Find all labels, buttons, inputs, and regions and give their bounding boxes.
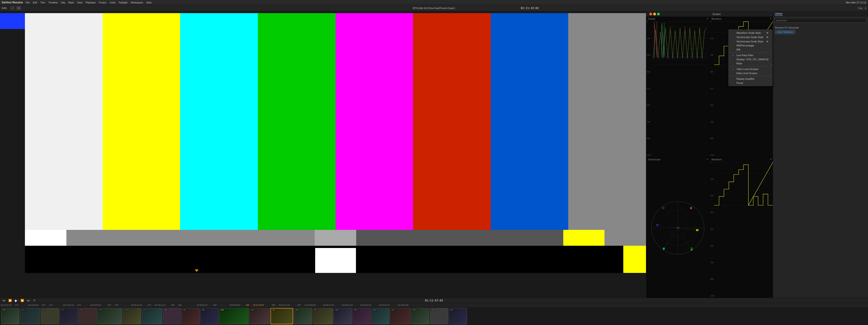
table-row[interactable]: 282: [200, 308, 219, 324]
table-row[interactable]: 294: [449, 308, 467, 324]
table-row[interactable]: 292: [411, 308, 429, 324]
menu-bar: DaVinci Resolve File Edit Trim Timeline …: [0, 0, 868, 5]
table-row[interactable]: 291: [390, 308, 410, 324]
bars-top-section: [25, 13, 646, 230]
table-row[interactable]: 288: [334, 308, 352, 324]
menu-trim[interactable]: Trim: [40, 1, 45, 4]
timecode-label-11: 02:25:02:11: [197, 304, 213, 306]
transport-step-back[interactable]: ⏪: [8, 299, 12, 302]
timecode-label-16: 02:26:57:02: [323, 304, 341, 306]
menu-edit[interactable]: Edit: [33, 1, 37, 4]
dropdown-ratio[interactable]: Ratio: [728, 61, 772, 65]
dropdown-display-qualifier[interactable]: Display Qualifier: [728, 77, 772, 81]
svg-point-33: [679, 228, 680, 229]
scopes-title: Scopes: [661, 13, 772, 15]
table-row[interactable]: 273: [60, 308, 78, 324]
clip-num-274: 274: [77, 304, 90, 306]
waveform-bottom-svg: [714, 157, 773, 206]
bar-cyan: [180, 13, 258, 230]
transport-skip-back[interactable]: ⏮: [2, 299, 6, 302]
color-generator-btn[interactable]: Color Generator: [775, 30, 795, 34]
menu-timeline[interactable]: Timeline: [48, 1, 58, 4]
transport-skip-forward[interactable]: ⏭: [27, 299, 31, 302]
table-row[interactable]: 293: [430, 308, 448, 324]
menu-fusion[interactable]: Fusion: [99, 1, 106, 4]
svg-rect-25: [662, 207, 664, 208]
clip-num-279: 279: [148, 304, 154, 306]
table-row[interactable]: 278: [123, 308, 141, 324]
clip-label: Clip:: [858, 7, 863, 9]
table-row[interactable]: 283: [219, 308, 249, 324]
menu-fairlight[interactable]: Fairlight: [119, 1, 128, 4]
dropdown-focus[interactable]: Focus: [728, 81, 772, 85]
dropdown-vectorscope-scale-style[interactable]: Vectorscope Scale Style ▶: [728, 35, 772, 39]
transport-timecode: 01:11:47:03: [425, 299, 443, 302]
timecode-label-20: 02:24:51:08: [398, 304, 416, 306]
dropdown-divider-3: [728, 76, 772, 76]
dropdown-divider-1: [728, 52, 772, 53]
maximize-btn[interactable]: [657, 13, 660, 15]
table-row[interactable]: 285: [271, 308, 293, 324]
menu-clip[interactable]: Clip: [61, 1, 65, 4]
transport-step-forward[interactable]: ⏩: [20, 299, 25, 302]
transport-play[interactable]: ▶: [14, 299, 18, 302]
table-row[interactable]: 272: [41, 308, 59, 324]
table-row[interactable]: 274: [79, 308, 97, 324]
table-row[interactable]: 276: [97, 308, 122, 324]
waveform-top-title: Waveform: [711, 18, 722, 20]
dropdown-low-pass-filter[interactable]: ✓ Low Pass Filter: [728, 53, 772, 57]
vectorscope: Vectorscope ✕: [646, 157, 709, 298]
waveform-bottom-scope: Waveform ▼ 1023 896 768 640 512 384 256 …: [710, 157, 773, 298]
zoom-out-btn[interactable]: -: [10, 6, 14, 10]
zoom-fit-btn[interactable]: ⊡: [16, 6, 21, 10]
menu-workspace[interactable]: Workspace: [131, 1, 143, 4]
dropdown-waveform-scale-style[interactable]: Waveform Scale Style ▶: [728, 31, 772, 35]
timecode-label-10: 281: [178, 304, 196, 306]
table-row[interactable]: 281: [182, 308, 200, 324]
table-row[interactable]: 271: [20, 308, 40, 324]
viewer-left-black: [0, 13, 25, 273]
minimize-btn[interactable]: [653, 13, 656, 15]
parade-title: Parade: [648, 18, 655, 20]
search-input[interactable]: [775, 18, 866, 23]
table-row[interactable]: 290: [371, 308, 390, 324]
dropdown-video-level[interactable]: ✓ Video Level Scopes: [728, 67, 772, 71]
clip-num-286: 286: [272, 304, 278, 306]
clip-num-272: 272: [42, 304, 49, 306]
bar-magenta: [336, 13, 413, 230]
menu-playback[interactable]: Playback: [86, 1, 96, 4]
table-row[interactable]: 284: [249, 308, 270, 324]
table-row[interactable]: 279: [142, 308, 162, 324]
menu-file[interactable]: File: [26, 1, 30, 4]
dropdown-ire-percentage[interactable]: IRE/Percentage: [728, 43, 772, 47]
library-tab[interactable]: Library: [775, 12, 783, 16]
menu-view[interactable]: View: [77, 1, 83, 4]
table-row[interactable]: 286: [294, 308, 312, 324]
bottom-yellow: [623, 246, 646, 273]
bottom-area: ⏮ ⏪ ▶ ⏩ ⏭ ↺ 01:11:47:03 02:17:47:21 271 …: [0, 298, 868, 325]
dropdown-data-level[interactable]: Data Level Scopes: [728, 71, 772, 75]
menu-mark[interactable]: Mark: [68, 1, 74, 4]
table-row[interactable]: 269: [1, 308, 19, 324]
app-name: DaVinci Resolve: [2, 1, 23, 4]
transport-loop[interactable]: ↺: [32, 299, 36, 302]
timecode-label-14: 00:10:13:10: [279, 304, 297, 306]
menu-help[interactable]: Help: [146, 1, 152, 4]
table-row[interactable]: 289: [352, 308, 371, 324]
dropdown-vectorscope-scale-style-2[interactable]: Vectorscope Scale Style ▶: [728, 39, 772, 43]
dropdown-divider-2: [728, 66, 772, 66]
vectorscope-title: Vectorscope: [648, 158, 660, 161]
middle-white: [25, 230, 66, 246]
toolbar-right: Clip: 1: [858, 7, 866, 9]
bars-middle-section: [25, 230, 646, 246]
timecode-label-18: 02:24:15:23: [361, 304, 379, 306]
table-row[interactable]: 287: [313, 308, 333, 324]
dropdown-display-vcr[interactable]: Display: VCR_757_20640:02: [728, 57, 772, 61]
dropdown-ire[interactable]: IRE: [728, 47, 772, 52]
table-row[interactable]: 280: [163, 308, 181, 324]
middle-dark-gray: [356, 230, 563, 246]
clip-name: BTS-Edit-19-Chris-FinalTrims2-Color1: [413, 7, 455, 9]
menu-color[interactable]: Color: [110, 1, 115, 4]
close-btn[interactable]: [649, 13, 652, 15]
viewer-left-bottom: [0, 29, 25, 273]
